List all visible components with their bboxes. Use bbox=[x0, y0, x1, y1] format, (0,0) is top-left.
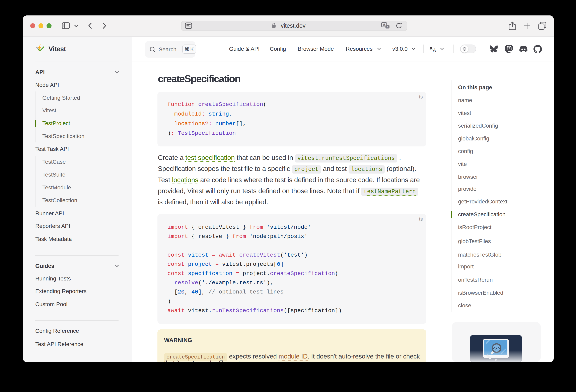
svg-text:x: x bbox=[387, 25, 388, 28]
svg-text:A: A bbox=[383, 23, 385, 27]
svg-text:x̄: x̄ bbox=[430, 45, 432, 51]
svg-text:A: A bbox=[433, 48, 436, 53]
